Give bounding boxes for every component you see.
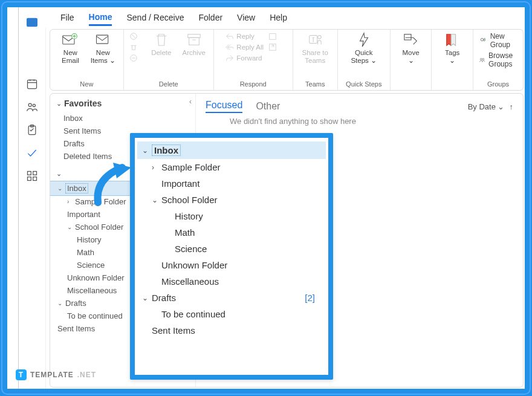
callout-item[interactable]: To be continued <box>137 306 326 322</box>
callout-item[interactable]: Miscellaneous <box>137 273 326 290</box>
group-teams-label: Teams <box>305 80 325 89</box>
item-count: [2] <box>305 293 321 303</box>
move-button[interactable]: Move⌄ <box>397 32 425 65</box>
app-rail <box>18 7 46 389</box>
tab-folder[interactable]: Folder <box>198 10 222 25</box>
sort-direction-icon[interactable]: ↑ <box>510 102 514 111</box>
svg-rect-8 <box>28 177 31 181</box>
focused-tab[interactable]: Focused <box>206 100 242 113</box>
share-teams-button[interactable]: Share to Teams <box>301 32 329 65</box>
menu-bar: File Home Send / Receive Folder View Hel… <box>45 7 525 28</box>
callout-item[interactable]: Math <box>137 224 326 241</box>
group-quicksteps-label: Quick Steps <box>346 80 381 89</box>
svg-rect-12 <box>97 35 108 44</box>
svg-rect-7 <box>33 172 37 175</box>
share-teams-label: Share to Teams <box>302 49 328 65</box>
callout-item[interactable]: Important <box>137 175 326 192</box>
reply-all-button[interactable]: Reply All <box>225 43 264 51</box>
tab-file[interactable]: File <box>60 10 74 25</box>
svg-rect-21 <box>404 34 410 40</box>
svg-rect-9 <box>33 177 37 181</box>
new-email-button[interactable]: New Email <box>56 32 84 65</box>
delete-button[interactable]: Delete <box>148 32 175 57</box>
callout-item[interactable]: Sent Items <box>137 322 326 339</box>
collapse-nav-icon[interactable]: ‹ <box>189 97 192 106</box>
group-respond-label: Respond <box>240 80 267 89</box>
svg-rect-0 <box>27 18 37 26</box>
callout-item[interactable]: ⌄Inbox <box>137 141 326 159</box>
svg-point-2 <box>28 103 31 106</box>
callout-item[interactable]: ›Sample Folder <box>137 159 326 175</box>
archive-button[interactable]: Archive <box>180 32 208 57</box>
svg-rect-17 <box>270 34 276 40</box>
svg-point-20 <box>318 36 322 39</box>
favorites-header[interactable]: ⌄Favorites <box>50 94 195 111</box>
watermark-badge: T <box>16 369 27 380</box>
tab-home[interactable]: Home <box>89 10 112 26</box>
chevron-icon[interactable]: ⌄ <box>57 300 63 307</box>
new-email-label: New Email <box>62 49 79 65</box>
svg-rect-16 <box>189 37 199 45</box>
svg-rect-6 <box>28 172 31 175</box>
empty-message: We didn't find anything to show here <box>206 113 513 129</box>
callout-item[interactable]: Unknown Folder <box>137 257 326 273</box>
ribbon: New Email New Items ⌄ New <box>50 29 524 91</box>
cleanup-icon[interactable] <box>129 43 143 51</box>
callout-item[interactable]: ⌄Drafts[2] <box>137 290 326 306</box>
svg-rect-1 <box>28 80 37 88</box>
group-delete-label: Delete <box>159 80 178 89</box>
favorite-item[interactable]: Inbox <box>50 112 195 125</box>
tab-help[interactable]: Help <box>270 10 287 25</box>
chevron-icon[interactable]: ⌄ <box>57 185 63 192</box>
more-apps-icon[interactable] <box>19 164 45 187</box>
callout-item[interactable]: Science <box>137 241 326 257</box>
svg-point-24 <box>480 58 482 60</box>
tasks-clipboard-icon[interactable] <box>19 118 45 141</box>
callout-item[interactable]: History <box>137 208 326 224</box>
new-items-button[interactable]: New Items ⌄ <box>89 32 117 65</box>
new-items-label: New Items <box>91 49 110 64</box>
chevron-icon[interactable]: › <box>152 163 159 172</box>
svg-point-3 <box>33 104 35 106</box>
sort-by-date[interactable]: By Date ⌄ <box>468 102 505 111</box>
junk-icon[interactable] <box>129 54 143 62</box>
chevron-icon[interactable]: ⌄ <box>152 196 159 204</box>
archive-label: Archive <box>183 49 206 57</box>
chevron-icon[interactable]: ⌄ <box>142 146 149 155</box>
callout-panel: ⌄Inbox›Sample Folder Important⌄School Fo… <box>130 133 333 380</box>
chevron-icon[interactable]: ⌄ <box>142 294 149 302</box>
forward-button[interactable]: Forward <box>225 54 264 62</box>
svg-point-25 <box>482 58 484 60</box>
share-icon[interactable] <box>268 43 281 51</box>
group-new-label: New <box>80 80 93 89</box>
svg-point-22 <box>481 38 483 41</box>
chevron-icon[interactable]: ⌄ <box>67 224 73 230</box>
other-tab[interactable]: Other <box>256 101 280 112</box>
new-group-button[interactable]: New Group <box>479 32 517 49</box>
people-icon[interactable] <box>19 96 45 118</box>
delete-label: Delete <box>151 49 171 57</box>
browse-groups-button[interactable]: Browse Groups <box>479 51 517 68</box>
mail-icon[interactable] <box>19 11 45 34</box>
chevron-down-icon: ⌄ <box>56 100 62 108</box>
todo-check-icon[interactable] <box>19 141 45 164</box>
watermark: T TEMPLATE.NET <box>16 369 96 380</box>
quick-steps-button[interactable]: Quick Steps ⌄ <box>350 32 378 65</box>
svg-rect-15 <box>188 34 200 38</box>
meeting-icon[interactable] <box>268 32 281 41</box>
group-groups-label: Groups <box>487 80 509 89</box>
ignore-icon[interactable] <box>129 32 143 41</box>
tab-send-receive[interactable]: Send / Receive <box>126 10 184 25</box>
tags-button[interactable]: Tags⌄ <box>438 32 466 65</box>
callout-item[interactable]: ⌄School Folder <box>137 192 326 208</box>
reply-button[interactable]: Reply <box>225 32 264 41</box>
tab-view[interactable]: View <box>237 10 255 25</box>
chevron-icon[interactable]: › <box>67 198 73 205</box>
calendar-icon[interactable] <box>19 73 45 96</box>
chevron-down-icon: ⌄ <box>56 170 62 178</box>
